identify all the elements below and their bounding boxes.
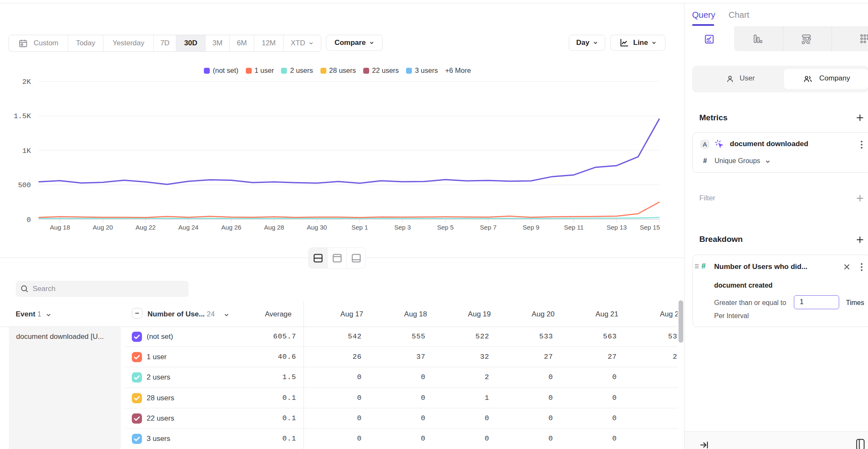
svg-text:Sep 1: Sep 1 bbox=[351, 224, 368, 231]
svg-text:Sep 7: Sep 7 bbox=[480, 224, 496, 231]
svg-text:Aug 26: Aug 26 bbox=[221, 224, 242, 231]
svg-text:Aug 22: Aug 22 bbox=[136, 224, 156, 231]
svg-text:500: 500 bbox=[18, 181, 31, 189]
svg-text:Sep 5: Sep 5 bbox=[437, 224, 453, 231]
svg-text:2K: 2K bbox=[22, 78, 31, 86]
svg-text:Sep 3: Sep 3 bbox=[394, 224, 411, 231]
svg-text:Aug 28: Aug 28 bbox=[264, 224, 284, 231]
svg-text:Sep 11: Sep 11 bbox=[564, 224, 584, 231]
svg-text:Sep 9: Sep 9 bbox=[523, 224, 539, 231]
svg-text:1K: 1K bbox=[22, 147, 31, 155]
svg-text:0: 0 bbox=[27, 216, 31, 224]
svg-text:Aug 20: Aug 20 bbox=[93, 224, 113, 231]
svg-text:Aug 18: Aug 18 bbox=[50, 224, 70, 231]
svg-text:Sep 15: Sep 15 bbox=[640, 224, 660, 231]
svg-text:Sep 13: Sep 13 bbox=[606, 224, 627, 231]
svg-text:1.5K: 1.5K bbox=[14, 112, 31, 120]
svg-text:Aug 30: Aug 30 bbox=[307, 224, 327, 231]
svg-text:Aug 24: Aug 24 bbox=[178, 224, 199, 231]
